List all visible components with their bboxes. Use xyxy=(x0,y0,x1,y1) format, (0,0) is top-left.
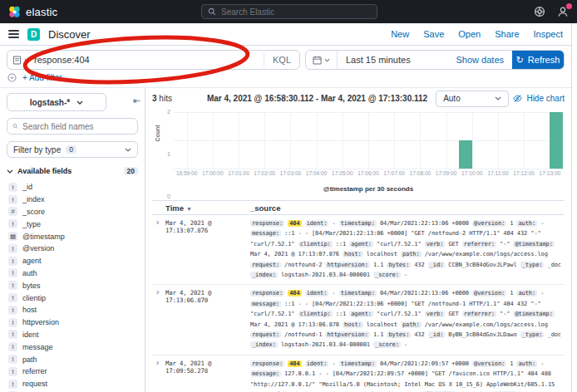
saved-query-menu-button[interactable] xyxy=(7,56,34,65)
source-value: Mar 4, 2021 @ 17:13:06.870 xyxy=(250,321,339,328)
source-field-badge: timestamp: xyxy=(339,220,377,227)
table-header: Time▼ _source xyxy=(152,200,565,215)
x-tick-label: 17:11:00 xyxy=(487,170,508,176)
field-item-_index[interactable]: t_index xyxy=(7,194,138,206)
source-field-badge: _id: xyxy=(428,262,445,268)
interval-select[interactable]: Auto xyxy=(436,91,509,107)
source-field-badge: response: xyxy=(250,360,284,367)
x-tick-label: 17:01:00 xyxy=(228,170,249,176)
field-item-host[interactable]: thost xyxy=(7,304,138,316)
field-item-referrer[interactable]: treferrer xyxy=(7,365,138,378)
string-field-icon: t xyxy=(8,367,17,376)
filter-settings-icon[interactable] xyxy=(7,73,17,82)
column-time[interactable]: Time▼ xyxy=(165,203,250,213)
string-field-icon: t xyxy=(8,257,17,266)
field-name: _type xyxy=(22,220,41,228)
x-gridline xyxy=(368,112,369,169)
source-field-badge: response: xyxy=(250,290,284,296)
chevron-down-icon xyxy=(7,169,13,174)
expand-row-button[interactable]: › xyxy=(152,218,165,280)
source-field-badge: @version: xyxy=(472,220,506,227)
histogram-chart: Count 16:59:0017:00:0017:01:0017:02:0017… xyxy=(152,109,565,194)
hide-chart-button[interactable]: Hide chart xyxy=(513,94,565,103)
source-value: ByBN_3cB04dGovJLDawo xyxy=(448,331,516,338)
source-field-badge: auth: xyxy=(516,290,537,296)
column-source[interactable]: _source xyxy=(250,203,565,213)
source-field-badge: ident: xyxy=(305,290,329,296)
query-input[interactable] xyxy=(34,55,264,65)
global-search[interactable] xyxy=(201,4,377,19)
user-avatar[interactable] xyxy=(557,6,569,17)
menu-icon[interactable] xyxy=(8,30,19,38)
refresh-button[interactable]: ↻ Refresh xyxy=(512,51,564,69)
field-name: agent xyxy=(22,257,42,265)
action-share[interactable]: Share xyxy=(495,29,519,39)
histogram-bar[interactable] xyxy=(459,140,472,169)
field-name: httpversion xyxy=(22,318,59,326)
field-name: _id xyxy=(22,183,32,191)
filter-by-type[interactable]: Filter by type 0 xyxy=(7,141,138,158)
field-item-_score[interactable]: #_score xyxy=(7,206,138,218)
action-save[interactable]: Save xyxy=(423,29,444,39)
source-field-badge: _id: xyxy=(428,331,445,338)
histogram-bar[interactable] xyxy=(550,112,563,169)
app-header: D Discover NewSaveOpenShareInspect xyxy=(0,23,571,46)
field-item-ident[interactable]: tident xyxy=(7,329,138,341)
source-value: ::1 xyxy=(336,241,346,247)
x-gridline xyxy=(498,112,499,169)
global-search-input[interactable] xyxy=(221,7,371,17)
field-search-input[interactable] xyxy=(22,122,132,131)
add-filter-button[interactable]: + Add filter xyxy=(22,73,62,82)
main-panel: 3 hits Mar 4, 2021 @ 16:58:30.112 - Mar … xyxy=(145,88,571,392)
row-source: response: 404 ident: - timestamp: 04/Mar… xyxy=(250,218,565,280)
source-value: _doc xyxy=(548,331,561,338)
available-fields-header[interactable]: Available fields 20 xyxy=(7,167,138,175)
query-input-group: KQL xyxy=(7,50,300,70)
y-tick-label: 1 xyxy=(159,151,170,157)
page-title: Discover xyxy=(48,28,91,41)
source-value: /notfound-1 xyxy=(284,331,322,338)
elastic-logo[interactable]: elastic xyxy=(8,6,57,18)
field-item-path[interactable]: tpath xyxy=(7,353,138,365)
field-item-bytes[interactable]: tbytes xyxy=(7,279,138,292)
field-item-request[interactable]: trequest xyxy=(7,378,138,390)
source-field-badge: bytes: xyxy=(387,331,411,338)
help-icon[interactable] xyxy=(534,6,545,17)
source-field-badge: _type: xyxy=(520,331,545,338)
source-field-badge: message: xyxy=(250,301,281,307)
source-value: GET xyxy=(448,311,458,317)
field-item-_id[interactable]: t_id xyxy=(7,181,138,194)
index-pattern-selector[interactable]: logstash-* xyxy=(7,93,106,111)
source-field-badge: _index: xyxy=(250,341,278,348)
field-item-agent[interactable]: tagent xyxy=(7,255,138,267)
show-dates-button[interactable]: Show dates xyxy=(456,55,512,65)
source-field-badge: host: xyxy=(343,321,363,328)
field-item-_type[interactable]: t_type xyxy=(7,218,138,230)
expand-row-button[interactable]: › xyxy=(152,288,165,350)
query-language-button[interactable]: KQL xyxy=(264,53,299,66)
field-item-@version[interactable]: t@version xyxy=(7,243,138,255)
sort-desc-icon: ▼ xyxy=(186,206,192,212)
source-value: - xyxy=(540,290,544,296)
field-item-auth[interactable]: tauth xyxy=(7,267,138,280)
source-field-badge: message: xyxy=(250,370,281,377)
source-value: 04/Mar/2021:22:13:06 +0000 xyxy=(380,220,469,227)
action-inspect[interactable]: Inspect xyxy=(534,29,563,39)
calendar-icon xyxy=(313,56,322,65)
date-picker-button[interactable] xyxy=(306,51,338,69)
collapse-sidebar-icon[interactable]: ⇤ xyxy=(133,96,141,106)
action-open[interactable]: Open xyxy=(458,29,481,39)
expand-row-button[interactable]: › xyxy=(152,359,165,392)
field-item-clientip[interactable]: tclientip xyxy=(7,292,138,304)
source-value: "curl/7.52.1" xyxy=(377,241,422,247)
source-field-badge: request: xyxy=(250,262,281,268)
field-item-@timestamp[interactable]: ▦@timestamp xyxy=(7,230,138,243)
source-value: 1 xyxy=(510,290,513,296)
field-item-message[interactable]: tmessage xyxy=(7,341,138,353)
eye-slash-icon xyxy=(513,94,522,103)
time-range-value[interactable]: Last 15 minutes xyxy=(338,55,411,65)
field-item-httpversion[interactable]: thttpversion xyxy=(7,316,138,329)
x-gridline xyxy=(394,112,395,169)
x-tick-label: 17:05:00 xyxy=(332,170,353,176)
action-new[interactable]: New xyxy=(391,29,409,39)
